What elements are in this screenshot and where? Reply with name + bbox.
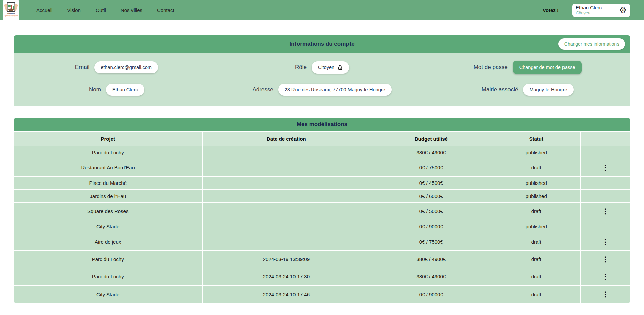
cell-date [202, 176, 370, 190]
table-row: City Stade 2024-03-24 10:17:46 0€ / 9000… [14, 285, 630, 303]
logo-tagline: On dessine l'avenir de nos villes et de … [3, 15, 19, 18]
cell-status: draft [492, 268, 580, 285]
app-logo[interactable]: Vill'innov On dessine l'avenir de nos vi… [3, 0, 19, 20]
cell-budget: 0€ / 9000€ [370, 285, 492, 303]
cell-actions [580, 190, 630, 203]
cell-actions: ⋮ [580, 203, 630, 220]
cell-project: Restaurant Au Bord'Eau [14, 159, 202, 176]
nav-item-outil[interactable]: Outil [96, 7, 106, 13]
cell-project: Parc du Lochy [14, 268, 202, 285]
name-field-group: Nom Ethan Clerc [14, 84, 219, 96]
cell-date: 2024-03-24 10:17:46 [202, 285, 370, 303]
cell-date: 2024-03-19 13:39:09 [202, 251, 370, 268]
cell-project: Aire de jeux [14, 233, 202, 251]
name-field[interactable]: Ethan Clerc [106, 84, 144, 96]
nav-item-nos-villes[interactable]: Nos villes [121, 7, 142, 13]
cell-status: draft [492, 251, 580, 268]
table-row: Aire de jeux 0€ / 7500€ draft ⋮ [14, 233, 630, 251]
user-menu[interactable]: Ethan Clerc Citoyen ⚙ [572, 4, 630, 17]
cell-date [202, 159, 370, 176]
row-menu-button[interactable]: ⋮ [599, 207, 612, 215]
cell-date [202, 190, 370, 203]
cell-actions: ⋮ [580, 285, 630, 303]
cell-budget: 0€ / 7500€ [370, 159, 492, 176]
models-panel-header: Mes modélisations [14, 118, 630, 131]
table-row: City Stade 0€ / 9000€ published [14, 220, 630, 233]
main-nav: Accueil Vision Outil Nos villes Contact [36, 7, 174, 13]
cell-project: Parc du Lochy [14, 251, 202, 268]
row-menu-button[interactable]: ⋮ [599, 290, 612, 298]
cell-status: published [492, 146, 580, 159]
address-label: Adresse [252, 86, 273, 93]
account-panel-header: Informations du compte Changer mes infor… [14, 35, 630, 53]
cell-date [202, 146, 370, 159]
logo-illustration-icon [4, 1, 18, 13]
cell-budget: 0€ / 4500€ [370, 176, 492, 190]
models-table: Projet Date de création Budget utilisé S… [14, 131, 630, 303]
row-menu-button[interactable]: ⋮ [599, 273, 612, 281]
table-row: Restaurant Au Bord'Eau 0€ / 7500€ draft … [14, 159, 630, 176]
role-field-group: Rôle Citoyen [219, 61, 425, 74]
cityhall-field-group: Mairie associé Magny-le-Hongre [425, 84, 630, 96]
cell-actions [580, 146, 630, 159]
email-field[interactable]: ethan.clerc@gmail.com [94, 61, 158, 73]
table-row: Square des Roses 0€ / 5000€ draft ⋮ [14, 203, 630, 220]
vote-link[interactable]: Votez ! [543, 7, 559, 13]
row-menu-button[interactable]: ⋮ [599, 238, 612, 246]
column-project: Projet [14, 132, 202, 146]
cell-status: published [492, 190, 580, 203]
account-panel-title: Informations du compte [289, 41, 355, 47]
cell-actions [580, 220, 630, 233]
settings-gear-icon[interactable]: ⚙ [619, 6, 627, 14]
navbar: Vill'innov On dessine l'avenir de nos vi… [0, 0, 644, 20]
row-menu-button[interactable]: ⋮ [599, 255, 612, 263]
email-label: Email [75, 64, 90, 71]
table-row: Place du Marché 0€ / 4500€ published [14, 176, 630, 190]
address-field-group: Adresse 23 Rue des Roseaux, 77700 Magny-… [219, 84, 425, 96]
cell-project: Square des Roses [14, 203, 202, 220]
cell-actions [580, 176, 630, 190]
cell-budget: 0€ / 7500€ [370, 233, 492, 251]
change-info-button[interactable]: Changer mes informations [558, 38, 625, 50]
models-table-body: Parc du Lochy 380€ / 4900€ published Res… [14, 146, 630, 303]
lock-icon [338, 65, 343, 70]
cell-budget: 0€ / 6000€ [370, 190, 492, 203]
row-menu-button[interactable]: ⋮ [599, 164, 612, 172]
role-field: Citoyen [312, 61, 349, 74]
navbar-right: Votez ! Ethan Clerc Citoyen ⚙ [543, 4, 644, 17]
models-panel-title: Mes modélisations [297, 121, 347, 128]
cell-actions: ⋮ [580, 159, 630, 176]
cell-status: draft [492, 159, 580, 176]
account-panel-body: Email ethan.clerc@gmail.com Rôle Citoyen… [14, 53, 630, 106]
table-row: Jardins de l"Eau 0€ / 6000€ published [14, 190, 630, 203]
user-info: Ethan Clerc Citoyen [576, 5, 602, 15]
role-value: Citoyen [318, 65, 334, 70]
name-label: Nom [89, 86, 101, 93]
cell-budget: 0€ / 5000€ [370, 203, 492, 220]
address-field[interactable]: 23 Rue des Roseaux, 77700 Magny-le-Hongr… [278, 84, 392, 96]
cell-date [202, 203, 370, 220]
column-status: Statut [492, 132, 580, 146]
table-row: Parc du Lochy 380€ / 4900€ published [14, 146, 630, 159]
account-panel: Informations du compte Changer mes infor… [14, 35, 630, 106]
password-label: Mot de passe [474, 64, 508, 71]
change-password-button[interactable]: Changer de mot de passe [513, 61, 582, 74]
role-label: Rôle [295, 64, 307, 71]
cell-project: City Stade [14, 220, 202, 233]
nav-item-vision[interactable]: Vision [67, 7, 81, 13]
cityhall-label: Mairie associé [482, 86, 518, 93]
models-panel: Mes modélisations Projet Date de créatio… [14, 118, 630, 303]
cityhall-field[interactable]: Magny-le-Hongre [523, 84, 573, 96]
cell-date: 2024-03-24 10:17:30 [202, 268, 370, 285]
cell-date [202, 233, 370, 251]
nav-item-contact[interactable]: Contact [157, 7, 174, 13]
nav-item-accueil[interactable]: Accueil [36, 7, 52, 13]
cell-project: Place du Marché [14, 176, 202, 190]
password-field-group: Mot de passe Changer de mot de passe [425, 61, 630, 74]
cell-actions: ⋮ [580, 251, 630, 268]
cell-project: City Stade [14, 285, 202, 303]
table-row: Parc du Lochy 2024-03-19 13:39:09 380€ /… [14, 251, 630, 268]
email-field-group: Email ethan.clerc@gmail.com [14, 61, 219, 74]
cell-budget: 380€ / 4900€ [370, 251, 492, 268]
cell-status: published [492, 176, 580, 190]
